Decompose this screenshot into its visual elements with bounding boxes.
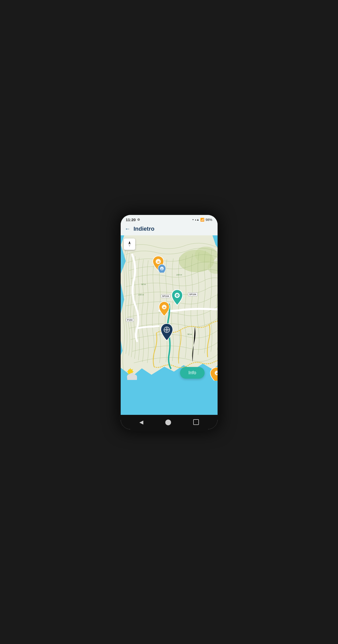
svg-text:⛰: ⛰ <box>161 268 163 270</box>
road-label-sp104-1: SP104 <box>161 294 170 298</box>
battery-display: 98% <box>205 218 212 222</box>
svg-marker-4 <box>128 241 131 244</box>
phone-frame: 11:20 ⊙ • ⬥▲ 📶 98% ← Indietro <box>119 213 220 431</box>
nav-home-button[interactable]: ⬤ <box>165 419 171 425</box>
svg-line-23 <box>132 369 133 370</box>
nav-bar: ◀ ⬤ <box>121 415 218 429</box>
svg-marker-5 <box>128 244 131 247</box>
nav-back-button[interactable]: ◀ <box>139 419 143 425</box>
dot-icon: • <box>192 218 194 222</box>
marker-teal-location[interactable] <box>170 289 184 307</box>
svg-point-14 <box>177 295 178 296</box>
nav-home-icon: ⬤ <box>165 419 171 425</box>
contour-50m-2: 50 m <box>188 333 192 335</box>
svg-line-26 <box>128 373 128 374</box>
road-label-p104: P104 <box>126 318 134 322</box>
svg-text:⛰: ⛰ <box>163 306 166 309</box>
nav-recent-button[interactable] <box>193 419 199 425</box>
marker-navy-compass[interactable] <box>159 323 175 343</box>
back-button[interactable]: ← <box>125 226 131 232</box>
app-header: ← Indietro <box>121 223 218 235</box>
wifi-icon: 📶 <box>200 218 204 222</box>
north-compass <box>124 238 135 250</box>
contour-100m-2: 100 m <box>176 274 182 276</box>
svg-point-20 <box>166 329 167 330</box>
status-time: 11:20 ⊙ <box>126 218 140 222</box>
contour-100m-1: 100 m <box>138 294 144 296</box>
svg-text:⛰: ⛰ <box>216 372 218 375</box>
svg-text:⛰: ⛰ <box>157 260 160 263</box>
marker-orange-top[interactable]: ⛰ ⛰ <box>150 254 167 274</box>
info-button[interactable]: Info <box>180 367 204 379</box>
compass-icon <box>126 241 133 248</box>
map-container[interactable]: SP104 SP104 P104 50 m 100 m 100 m 50 m <box>121 235 218 415</box>
road-label-sp104-2: SP104 <box>188 293 198 296</box>
marker-orange-mid[interactable]: ⛰ <box>157 301 171 318</box>
marker-orange-edge: ⛰ <box>210 366 218 382</box>
page-title: Indietro <box>134 226 155 232</box>
weather-widget <box>124 367 139 380</box>
time-display: 11:20 <box>126 218 136 222</box>
nav-back-icon: ◀ <box>139 419 143 425</box>
svg-rect-31 <box>127 377 137 380</box>
status-icons: • ⬥▲ 📶 98% <box>192 218 212 222</box>
status-bar: 11:20 ⊙ • ⬥▲ 📶 98% <box>121 215 218 223</box>
phone-inner: 11:20 ⊙ • ⬥▲ 📶 98% ← Indietro <box>121 215 218 429</box>
weather-icon <box>124 367 141 382</box>
signal-icon: ⬥▲ <box>195 218 199 221</box>
contour-50m-1: 50 m <box>141 283 146 286</box>
status-icon: ⊙ <box>137 218 140 221</box>
